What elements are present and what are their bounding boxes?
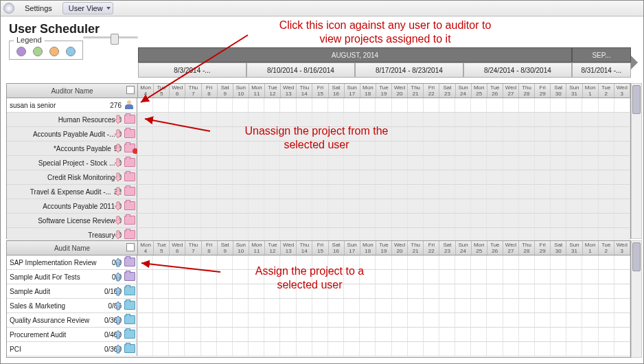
zoom-slider[interactable] (83, 34, 138, 41)
unassign-arrow-icon[interactable] (113, 216, 123, 225)
day-header: Wed27 (503, 84, 519, 98)
day-header: Wed6 (170, 84, 185, 98)
project-folder-icon[interactable] (124, 258, 134, 267)
available-project-row[interactable]: Quality Assurance Review0/300 (7, 313, 630, 328)
project-folder-icon[interactable] (124, 315, 134, 325)
day-header: Fri8 (202, 84, 218, 98)
unassign-arrow-icon[interactable] (113, 172, 123, 182)
day-header: Thu7 (185, 241, 201, 255)
day-header: Sun17 (345, 241, 360, 255)
project-folder-icon[interactable] (124, 272, 134, 282)
day-header: Thu28 (519, 84, 535, 98)
day-header: Thu7 (185, 84, 201, 98)
day-header: Tue26 (487, 84, 503, 98)
project-folder-icon[interactable] (124, 115, 134, 124)
assigned-project-row[interactable]: Software License Review0 (7, 214, 630, 228)
project-folder-icon[interactable] (124, 230, 134, 240)
auditor-name-col-header[interactable]: Auditor Name (7, 84, 138, 98)
unassign-arrow-icon[interactable] (113, 144, 123, 153)
unassign-arrow-icon[interactable] (113, 158, 123, 168)
audit-panel: Audit Name Mon4Tue5Wed6Thu7Fri8Sat9Sun10… (6, 240, 631, 358)
assigned-project-row[interactable]: Special Project - Stock ...0 (7, 156, 630, 170)
assign-arrow-icon[interactable] (113, 272, 123, 282)
assign-arrow-icon[interactable] (113, 344, 123, 354)
project-name: Special Project - Stock ... (38, 159, 115, 167)
day-header: Sun10 (233, 84, 249, 98)
project-folder-icon[interactable] (124, 129, 134, 139)
app-window: Settings User View User Scheduler Legend… (0, 0, 644, 364)
day-header: Sun17 (345, 84, 360, 98)
unassign-arrow-icon[interactable] (113, 230, 123, 240)
day-header: Tue2 (599, 84, 614, 98)
day-header: Wed20 (392, 241, 408, 255)
assigned-project-row[interactable]: Credit Risk Monitoring0 (7, 170, 630, 185)
available-project-row[interactable]: Sample Audit0/100 (7, 284, 630, 299)
day-header: Tue12 (265, 84, 281, 98)
week-cell: 8/10/2014 - 8/16/2014 (246, 62, 355, 78)
day-header: Tue26 (487, 241, 503, 255)
project-name: Treasury (88, 231, 115, 239)
project-folder-icon[interactable] (124, 158, 134, 168)
available-project-row[interactable]: Procurement Audit0/400 (7, 328, 630, 342)
assigned-project-row[interactable]: *Accounts Payable50 (7, 141, 630, 156)
day-header: Wed13 (281, 84, 297, 98)
timeline-next-button[interactable] (630, 54, 641, 71)
assigned-project-row[interactable]: Accounts Payable 20110 (7, 199, 630, 214)
auditor-row[interactable]: susan ia senior276 (7, 98, 630, 113)
project-folder-icon[interactable] (124, 330, 134, 339)
assign-arrow-icon[interactable] (113, 286, 123, 296)
available-project-row[interactable]: Sample Audit For Tests0/0 (7, 270, 630, 284)
day-header: Fri29 (535, 241, 551, 255)
audit-name-col-header[interactable]: Audit Name (7, 241, 138, 255)
user-view-dropdown[interactable]: User View (62, 2, 113, 14)
project-folder-icon[interactable] (124, 201, 134, 211)
unassign-arrow-icon[interactable] (113, 187, 123, 196)
assigned-project-row[interactable]: Human Resources0 (7, 113, 630, 127)
slider-handle-icon[interactable] (111, 34, 119, 45)
filter-icon[interactable] (126, 86, 135, 94)
auditor-scrollbar[interactable] (631, 83, 642, 239)
day-header: Mon25 (472, 241, 487, 255)
day-header: Fri15 (312, 241, 328, 255)
day-header: Tue5 (154, 84, 170, 98)
project-folder-icon[interactable] (124, 216, 134, 225)
day-header: Mon25 (472, 84, 487, 98)
settings-button[interactable]: Settings (19, 2, 58, 14)
day-header: Mon1 (583, 241, 599, 255)
unassign-arrow-icon[interactable] (113, 115, 123, 124)
assign-arrow-icon[interactable] (113, 258, 123, 267)
day-header: Tue19 (376, 241, 392, 255)
day-header: Sat16 (329, 84, 345, 98)
assign-arrow-icon[interactable] (113, 301, 123, 310)
week-cell: 8/17/2014 - 8/23/2014 (355, 62, 463, 78)
assign-arrow-icon[interactable] (113, 315, 123, 325)
project-folder-icon[interactable] (124, 187, 134, 196)
audit-scrollbar[interactable] (631, 240, 642, 358)
project-name: Accounts Payable Audit -... (33, 130, 115, 138)
day-header: Sun10 (233, 241, 249, 255)
available-project-row[interactable]: SAP Implementation Review0/0 (7, 255, 630, 270)
available-project-row[interactable]: Sales & Marketing0/85 (7, 299, 630, 313)
legend-dot (49, 47, 59, 56)
assigned-project-row[interactable]: Travel & Expense Audit -...32 (7, 185, 630, 199)
expand-user-icon[interactable] (124, 100, 134, 110)
project-name: Credit Risk Monitoring (47, 174, 115, 181)
project-folder-icon[interactable] (124, 286, 134, 296)
available-project-row[interactable]: PCI0/300 (7, 342, 630, 356)
project-folder-icon[interactable] (124, 344, 134, 354)
project-name: Accounts Payable 2011 (43, 203, 115, 210)
day-header: Mon4 (138, 241, 154, 255)
project-folder-icon[interactable] (124, 301, 134, 310)
day-header: Tue2 (599, 241, 614, 255)
project-folder-icon[interactable] (124, 172, 134, 182)
assign-arrow-icon[interactable] (113, 330, 123, 339)
day-header: Mon18 (360, 241, 376, 255)
user-view-label: User View (69, 4, 103, 12)
assigned-project-row[interactable]: Accounts Payable Audit -...0 (7, 127, 630, 141)
unassign-arrow-icon[interactable] (113, 129, 123, 139)
filter-icon[interactable] (126, 243, 135, 251)
month-cell: SEP... (572, 47, 631, 62)
project-name: Quality Assurance Review (10, 317, 89, 324)
project-name: SAP Implementation Review (10, 259, 97, 266)
unassign-arrow-icon[interactable] (113, 201, 123, 211)
